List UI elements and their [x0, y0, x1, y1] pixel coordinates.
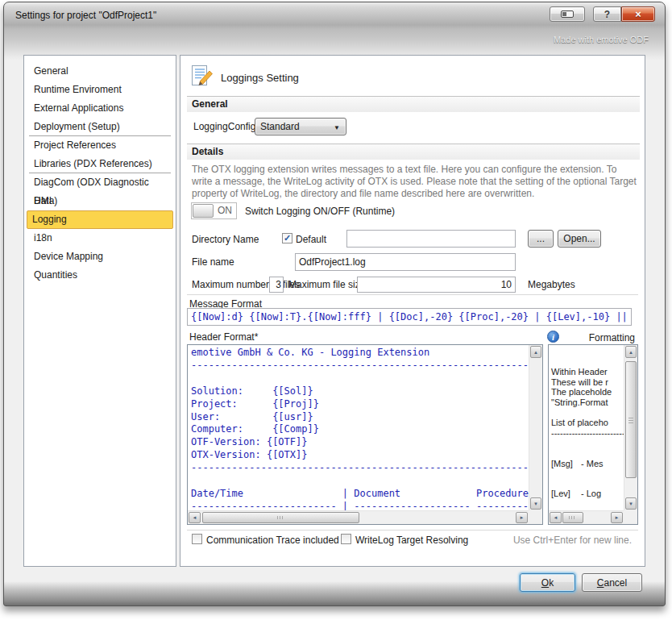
scroll-right-icon[interactable]: ►: [516, 512, 528, 523]
sidebar-list: General Runtime Enviroment External Appl…: [24, 56, 176, 285]
close-button[interactable]: ×: [621, 6, 655, 22]
logging-config-value: Standard: [260, 121, 300, 132]
scroll-right-icon[interactable]: ►: [611, 512, 623, 523]
sidebar-item-i18n[interactable]: i18n: [27, 229, 173, 248]
sidebar-item-quantities[interactable]: Quantities: [27, 266, 173, 285]
formatting-label: Formatting: [559, 332, 635, 343]
scroll-down-icon[interactable]: ▼: [530, 497, 541, 510]
sidebar-item-deployment-setup[interactable]: Deployment (Setup): [27, 118, 173, 136]
header-format-label: Header Format*: [189, 331, 258, 343]
made-with-branding: Made with emotive ODF: [554, 35, 649, 44]
default-checkbox-label: Default: [296, 234, 326, 245]
logging-on-off-toggle[interactable]: ON: [191, 202, 237, 219]
header-format-textarea[interactable]: emotive GmbH & Co. KG - Logging Extensio…: [187, 344, 543, 525]
toggle-knob[interactable]: [193, 204, 214, 218]
writelog-resolving-checkbox[interactable]: [341, 534, 351, 544]
section-header-general: General: [187, 96, 640, 112]
scroll-corner: [624, 510, 637, 524]
window-menu-button[interactable]: [550, 6, 585, 22]
scroll-down-icon[interactable]: ▼: [625, 497, 637, 510]
message-format-input[interactable]: [187, 308, 632, 326]
open-button[interactable]: Open...: [558, 230, 601, 248]
divider: [187, 530, 638, 531]
placeholder-row: [Lev]- Log: [551, 489, 624, 499]
header-format-vscrollbar[interactable]: ▲ ▼: [529, 345, 542, 510]
settings-category-sidebar: General Runtime Enviroment External Appl…: [23, 55, 176, 567]
browse-button[interactable]: ...: [528, 230, 554, 248]
directory-name-input[interactable]: [346, 230, 516, 248]
scroll-left-icon[interactable]: ◄: [189, 512, 201, 523]
communication-trace-checkbox[interactable]: [192, 534, 202, 544]
page-edit-icon: [190, 64, 214, 89]
sidebar-item-general[interactable]: General: [27, 62, 173, 81]
max-size-label: Maximum file size: [288, 279, 365, 290]
hscroll-thumb[interactable]: [562, 512, 583, 523]
open-button-label: Open...: [563, 233, 595, 244]
toggle-state: ON: [214, 203, 236, 218]
formatting-info-text: Within Header These will be r The placeh…: [549, 345, 624, 510]
window-icon: [561, 10, 574, 18]
header-format-text[interactable]: emotive GmbH & Co. KG - Logging Extensio…: [188, 345, 529, 510]
sidebar-item-project-references[interactable]: Project References: [27, 136, 173, 155]
sidebar-item-external-applications[interactable]: External Applications: [27, 99, 173, 118]
info-icon-glyph: i: [552, 332, 554, 342]
logging-settings-panel: Loggings Setting General LoggingConfig S…: [180, 55, 645, 567]
communication-trace-label: Communication Trace included: [206, 535, 339, 546]
sidebar-item-logging[interactable]: Logging: [27, 210, 173, 229]
logging-config-select[interactable]: Standard ▼: [255, 118, 346, 135]
settings-dialog: Settings for project "OdfProject1" ? × M…: [3, 2, 666, 606]
screenshot-canvas: Settings for project "OdfProject1" ? × M…: [0, 0, 672, 620]
directory-name-label: Directory Name: [192, 234, 259, 245]
section-header-details: Details: [187, 144, 640, 160]
file-name-label: File name: [192, 256, 234, 268]
writelog-resolving-label: WriteLog Target Resolving: [355, 535, 468, 546]
hscroll-thumb[interactable]: [202, 512, 359, 523]
ctrl-enter-hint: Use Ctrl+Enter for new line.: [485, 535, 632, 546]
header-format-hscrollbar[interactable]: ◄ ►: [188, 510, 529, 524]
formatting-hscrollbar[interactable]: ◄ ►: [549, 510, 624, 524]
scroll-corner: [529, 510, 542, 524]
browse-button-label: ...: [537, 233, 545, 244]
window-title: Settings for project "OdfProject1": [15, 10, 156, 21]
default-checkbox[interactable]: ✓: [282, 233, 292, 243]
vscroll-thumb[interactable]: [625, 361, 637, 478]
details-description: The OTX logging extension writes message…: [192, 164, 637, 200]
sidebar-item-device-mapping[interactable]: Device Mapping: [27, 248, 173, 266]
divider: [187, 294, 638, 295]
sidebar-item-hmi[interactable]: HMI: [27, 192, 173, 210]
help-button[interactable]: ?: [593, 6, 621, 22]
file-name-input[interactable]: [295, 253, 516, 271]
placeholder-row: [Msg]- Mes: [551, 459, 624, 469]
page-title: Loggings Setting: [221, 72, 299, 84]
toggle-label: Switch Logging ON/OFF (Runtime): [245, 206, 395, 217]
help-icon: ?: [604, 9, 610, 20]
scroll-up-icon[interactable]: ▲: [625, 346, 637, 358]
max-size-input[interactable]: [357, 277, 516, 293]
formatting-vscrollbar[interactable]: ▲ ▼: [624, 345, 637, 510]
close-icon: ×: [635, 8, 641, 20]
ok-button-label: O: [541, 577, 549, 589]
logging-config-label: LoggingConfig: [193, 121, 255, 132]
max-size-unit-label: Megabytes: [528, 279, 575, 290]
chevron-down-icon: ▼: [334, 124, 340, 131]
formatting-info-box[interactable]: Within Header These will be r The placeh…: [548, 344, 638, 525]
max-files-input[interactable]: [269, 277, 284, 293]
sidebar-item-diagcom-odx[interactable]: DiagCom (ODX Diagnostic Data): [27, 173, 173, 192]
sidebar-item-runtime-enviroment[interactable]: Runtime Enviroment: [27, 81, 173, 99]
ok-button[interactable]: Ok: [520, 573, 575, 592]
info-icon[interactable]: i: [547, 331, 559, 343]
formatting-intro: Within Header These will be r The placeh…: [551, 367, 624, 438]
check-icon: ✓: [284, 234, 291, 243]
scroll-left-icon[interactable]: ◄: [550, 512, 562, 523]
cancel-button[interactable]: Cancel: [582, 573, 642, 592]
scroll-up-icon[interactable]: ▲: [530, 346, 541, 358]
sidebar-item-libraries-pdx-references[interactable]: Libraries (PDX References): [27, 155, 173, 173]
